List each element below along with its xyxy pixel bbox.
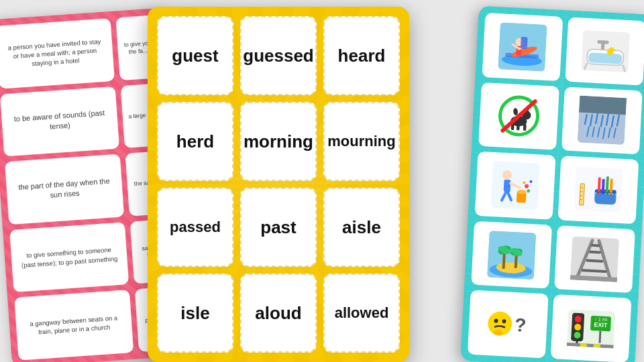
svg-text:EXIT: EXIT xyxy=(594,321,608,328)
svg-rect-14 xyxy=(517,124,520,131)
card-middle: guest guessed heard herd morning mournin… xyxy=(148,7,409,362)
svg-text:↑ 1 mi: ↑ 1 mi xyxy=(594,316,607,322)
word-cell-morning: morning xyxy=(240,102,317,181)
card-right: ? xyxy=(460,6,644,362)
right-cell-pencilcase xyxy=(557,156,639,224)
left-cell-2: to be aware of sounds (past tense) xyxy=(0,86,119,156)
cards-container: a person you have invited to stay or hav… xyxy=(0,0,644,362)
rails-icon xyxy=(554,225,635,294)
col-right-1: ? xyxy=(468,13,564,358)
svg-line-90 xyxy=(592,245,599,246)
word-cell-aloud: aloud xyxy=(240,274,317,353)
bathtub-svg xyxy=(581,30,630,73)
right-cell-thinking: ? xyxy=(468,290,549,359)
rain-icon xyxy=(561,86,643,155)
word-cell-allowed: allowed xyxy=(323,274,400,353)
svg-rect-49 xyxy=(597,40,608,44)
svg-rect-107 xyxy=(594,344,600,348)
right-cell-bathtub xyxy=(565,17,644,86)
svg-rect-47 xyxy=(588,52,623,64)
no-dog-icon xyxy=(494,92,544,141)
word-cell-isle: isle xyxy=(157,274,233,353)
svg-rect-8 xyxy=(521,37,528,49)
col-right-2: EXIT ↑ 1 mi xyxy=(551,17,644,362)
right-cell-surfer xyxy=(482,13,564,81)
thinking-emoji-icon: ? xyxy=(468,290,549,359)
svg-line-92 xyxy=(587,261,602,261)
right-cell-no-dog xyxy=(478,82,559,151)
svg-line-91 xyxy=(590,252,600,253)
bathtub-icon xyxy=(565,17,644,86)
roadsign-icon: EXIT ↑ 1 mi xyxy=(551,294,632,362)
island-icon xyxy=(487,230,537,280)
left-cell-1: a person you have invited to stay or hav… xyxy=(0,18,115,88)
left-cell-5: a gangway between seats on a train, plan… xyxy=(14,290,133,360)
svg-rect-56 xyxy=(579,96,627,115)
right-cell-rain xyxy=(561,86,643,155)
painting-icon xyxy=(490,161,540,210)
rain-svg xyxy=(578,96,627,145)
svg-line-93 xyxy=(583,270,606,272)
card-right-content: ? xyxy=(468,13,644,362)
roadsign-svg: EXIT ↑ 1 mi xyxy=(567,309,616,349)
right-cell-rails xyxy=(554,225,635,294)
word-cell-herd: herd xyxy=(157,102,233,181)
word-cell-guest: guest xyxy=(157,16,233,95)
question-icon: ? xyxy=(485,306,531,342)
surfer-icon xyxy=(498,22,547,72)
word-cell-aisle: aisle xyxy=(323,188,400,267)
word-cell-past: past xyxy=(240,188,317,267)
col-left-1: a person you have invited to stay or hav… xyxy=(0,18,133,361)
left-cell-3: the part of the day when the sun rises xyxy=(5,154,124,225)
left-cell-4: to give something to someone (past tense… xyxy=(9,222,129,292)
word-cell-passed: passed xyxy=(157,188,233,267)
svg-line-104 xyxy=(600,330,600,343)
right-cell-roadsign: EXIT ↑ 1 mi xyxy=(551,294,632,362)
word-cell-heard: heard xyxy=(323,16,400,95)
word-cell-mourning: mourning xyxy=(323,102,400,181)
rails-svg xyxy=(570,236,619,282)
svg-text:?: ? xyxy=(514,314,527,336)
svg-rect-106 xyxy=(580,343,587,347)
svg-rect-82 xyxy=(580,184,585,205)
pencilcase-svg xyxy=(574,167,623,213)
right-cell-painting xyxy=(475,152,556,220)
svg-rect-21 xyxy=(504,180,511,192)
pencilcase-icon xyxy=(557,156,639,224)
right-cell-island xyxy=(471,221,552,289)
svg-rect-15 xyxy=(523,124,527,131)
word-cell-guessed: guessed xyxy=(240,16,317,95)
